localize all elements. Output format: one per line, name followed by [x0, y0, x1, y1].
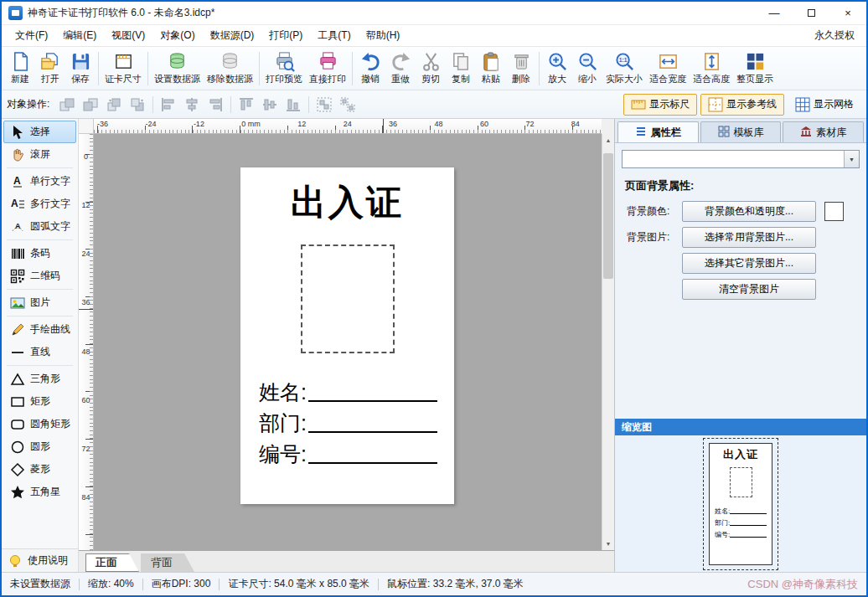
menu-edit[interactable]: 编辑(E) — [56, 26, 103, 45]
menu-help[interactable]: 帮助(H) — [359, 26, 407, 45]
thumbnail-selection[interactable]: 出入证 姓名: 部门: 编号: — [703, 438, 778, 570]
delete-button[interactable]: 删除 — [506, 49, 536, 89]
bg-color-button[interactable]: 背景颜色和透明度... — [682, 201, 816, 222]
show-grid-toggle[interactable]: 显示网格 — [788, 94, 861, 116]
object-select-combobox[interactable]: ▼ — [622, 150, 860, 168]
chevron-down-icon[interactable]: ▼ — [844, 151, 859, 167]
print-preview-button[interactable]: 打印预览 — [262, 49, 306, 89]
toolbox-item-freehand-curve[interactable]: 手绘曲线 — [3, 318, 76, 341]
toolbar-separator — [152, 96, 153, 113]
help-button[interactable]: 使用说明 — [2, 548, 78, 572]
align-middle-button[interactable] — [259, 94, 281, 116]
show-ruler-toggle[interactable]: 显示标尺 — [623, 94, 697, 116]
toolbox-item-line[interactable]: 直线 — [3, 341, 76, 363]
clear-bg-button[interactable]: 清空背景图片 — [682, 279, 816, 300]
zoom-in-button[interactable]: 放大 — [542, 49, 572, 89]
card-field-department[interactable]: 部门: — [259, 406, 437, 437]
card-field-name[interactable]: 姓名: — [259, 375, 437, 406]
toolbox-item-star[interactable]: 五角星 — [3, 481, 76, 503]
scroll-down-icon[interactable]: ▼ — [602, 538, 614, 550]
tab-templates[interactable]: 模板库 — [700, 121, 782, 142]
choose-other-bg-button[interactable]: 选择其它背景图片... — [682, 253, 816, 274]
save-button[interactable]: 保存 — [65, 49, 96, 89]
close-button[interactable]: × — [829, 2, 866, 24]
toolbox-item-pan[interactable]: 滚屏 — [3, 143, 76, 166]
menu-object[interactable]: 对象(O) — [153, 26, 201, 45]
fit-height-button[interactable]: 适合高度 — [690, 49, 733, 89]
vertical-scrollbar[interactable]: ▲ ▼ — [602, 134, 614, 550]
toolbox-item-barcode[interactable]: 条码 — [3, 242, 76, 265]
svg-text:A: A — [15, 222, 21, 230]
card-field-number[interactable]: 编号: — [259, 437, 437, 468]
undo-button[interactable]: 撤销 — [355, 49, 385, 89]
toolbox-item-rounded-rectangle[interactable]: 圆角矩形 — [3, 413, 76, 435]
layer-backward-button[interactable] — [127, 94, 148, 116]
minimize-button[interactable]: — — [756, 2, 793, 24]
menu-view[interactable]: 视图(V) — [105, 26, 152, 45]
bg-color-swatch[interactable] — [824, 202, 844, 221]
fit-width-button[interactable]: 适合宽度 — [646, 49, 690, 89]
card-title-text[interactable]: 出入证 — [240, 179, 454, 226]
toolbox-item-multi-line-text[interactable]: A 多行文字 — [3, 193, 76, 215]
toolbar-separator — [352, 52, 353, 85]
layer-forward-button[interactable] — [103, 94, 125, 116]
copy-button[interactable]: 复制 — [446, 49, 476, 89]
new-document-icon — [10, 51, 31, 72]
scroll-up-icon[interactable]: ▲ — [602, 134, 614, 147]
align-right-button[interactable] — [204, 94, 226, 116]
toolbox-item-image[interactable]: 图片 — [3, 291, 76, 314]
toolbox-item-single-line-text[interactable]: A 单行文字 — [3, 170, 76, 193]
toolbox-item-qrcode[interactable]: 二维码 — [3, 265, 76, 287]
menu-datasource[interactable]: 数据源(D) — [204, 26, 261, 45]
toolbox-item-triangle[interactable]: 三角形 — [3, 368, 76, 390]
menu-file[interactable]: 文件(F) — [8, 26, 54, 45]
layer-back-button[interactable] — [80, 94, 101, 116]
paste-button[interactable]: 粘贴 — [476, 49, 506, 89]
toolbox-item-arc-text[interactable]: A 圆弧文字 — [3, 215, 76, 238]
menu-tools[interactable]: 工具(T) — [311, 26, 357, 45]
maximize-button[interactable] — [793, 2, 829, 24]
menu-print[interactable]: 打印(P) — [262, 26, 309, 45]
tab-properties[interactable]: 属性栏 — [617, 121, 699, 142]
ungroup-button[interactable] — [337, 94, 359, 116]
full-page-button[interactable]: 整页显示 — [733, 49, 777, 89]
align-center-button[interactable] — [181, 94, 203, 116]
app-window: 神奇证卡证书打印软件 6.0 - 未命名3.idcp* — × 文件(F) 编辑… — [0, 0, 868, 597]
card-size-button[interactable]: 证卡尺寸 — [101, 49, 145, 89]
app-icon — [8, 6, 23, 20]
choose-common-bg-button[interactable]: 选择常用背景图片... — [682, 227, 816, 248]
align-left-button[interactable] — [158, 94, 179, 116]
card-size-icon — [113, 51, 134, 72]
photo-placeholder[interactable] — [301, 244, 395, 353]
toolbox-item-circle[interactable]: 圆形 — [3, 435, 76, 458]
toolbar-separator — [230, 96, 231, 113]
align-top-button[interactable] — [235, 94, 257, 116]
tab-materials[interactable]: 素材库 — [783, 121, 864, 142]
toolbox-item-rectangle[interactable]: 矩形 — [3, 390, 76, 413]
toolbox-item-select[interactable]: 选择 — [3, 121, 76, 143]
toolbox-item-diamond[interactable]: 菱形 — [3, 458, 76, 481]
show-guides-toggle[interactable]: 显示参考线 — [700, 94, 784, 116]
actual-size-button[interactable]: 1:1 实际大小 — [602, 49, 646, 89]
layer-front-button[interactable] — [56, 94, 78, 116]
cut-icon — [421, 51, 442, 72]
new-button[interactable]: 新建 — [5, 49, 35, 89]
scrollbar-track[interactable] — [602, 147, 614, 538]
tab-front[interactable]: 正面 — [85, 553, 139, 572]
panel-tabs: 属性栏 模板库 素材库 — [615, 119, 866, 143]
open-button[interactable]: 打开 — [35, 49, 65, 89]
redo-button[interactable]: 重做 — [385, 49, 416, 89]
design-canvas[interactable]: 出入证 姓名: 部门: 编号: — [94, 134, 602, 550]
scrollbar-thumb[interactable] — [603, 153, 613, 279]
tab-back[interactable]: 背面 — [141, 553, 194, 572]
thumbnail-card[interactable]: 出入证 姓名: 部门: 编号: — [709, 443, 772, 565]
direct-print-button[interactable]: 直接打印 — [306, 49, 349, 89]
cut-button[interactable]: 剪切 — [416, 49, 446, 89]
paste-icon — [481, 51, 502, 72]
card-page[interactable]: 出入证 姓名: 部门: 编号: — [240, 167, 454, 504]
zoom-out-button[interactable]: 缩小 — [572, 49, 602, 89]
group-button[interactable] — [313, 94, 335, 116]
set-datasource-button[interactable]: 设置数据源 — [151, 49, 204, 89]
remove-datasource-button[interactable]: 移除数据源 — [204, 49, 256, 89]
align-bottom-button[interactable] — [282, 94, 304, 116]
